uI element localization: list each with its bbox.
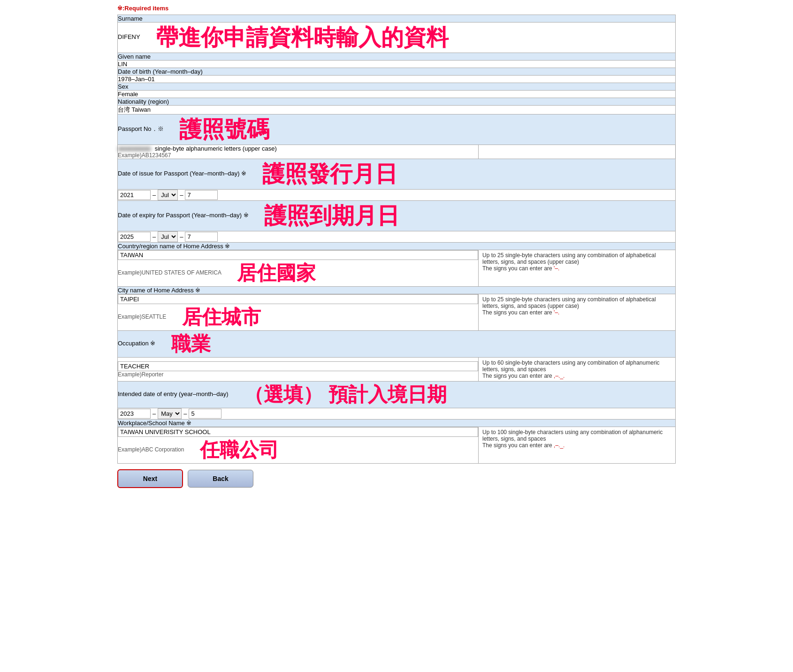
workplace-value-row: Example)ABC Corporation 任職公司 Up to 100 s…	[118, 427, 676, 464]
nationality-value: 台湾 Taiwan	[118, 106, 676, 115]
annotation-auto-fill: 帶進你申請資料時輸入的資料	[156, 25, 449, 50]
nationality-label: Nationality (region)	[118, 98, 676, 106]
home-country-value-row: Example)UNITED STATES OF AMERICA 居住國家 Up…	[118, 250, 676, 287]
passport-issue-label: Date of issue for Passport (Year–month–d…	[118, 159, 676, 190]
dob-label-row: Date of birth (Year–month–day)	[118, 68, 676, 76]
surname-label-row: Surname	[118, 15, 676, 23]
given-name-value-row: LIN	[118, 61, 676, 68]
home-city-value-row: Example)SEATTLE 居住城市 Up to 25 single-byt…	[118, 294, 676, 331]
passport-no-blurred: ●●●●●●●●●	[118, 145, 151, 152]
passport-no-label-row: Passport No．※ 護照號碼	[118, 115, 676, 145]
sex-label-row: Sex	[118, 83, 676, 91]
given-name-value: LIN	[118, 61, 676, 68]
entry-date-month-select[interactable]: May	[158, 408, 182, 419]
passport-issue-value-row: – Jul –	[118, 190, 676, 201]
dob-label: Date of birth (Year–month–day)	[118, 68, 676, 76]
workplace-hint2: The signs you can enter are ,–._.	[482, 442, 564, 449]
home-city-hint1: Up to 25 single-byte characters using an…	[482, 296, 656, 309]
home-country-input-cell: Example)UNITED STATES OF AMERICA 居住國家	[118, 250, 479, 287]
annotation-passport-expiry: 護照到期月日	[264, 203, 399, 228]
occupation-input[interactable]	[118, 361, 478, 371]
home-country-label-row: Country/region name of Home Address ※	[118, 243, 676, 250]
occupation-hint2: The signs you can enter are ,–._.	[482, 373, 564, 379]
passport-expiry-label-row: Date of expiry for Passport (Year–month–…	[118, 201, 676, 231]
annotation-passport-no: 護照號碼	[179, 117, 269, 142]
annotation-entry-date: （選填） 預計入境日期	[244, 383, 447, 405]
home-city-label-row: City name of Home Address ※	[118, 287, 676, 294]
annotation-passport-issue: 護照發行月日	[262, 161, 397, 186]
passport-expiry-date-cell: – Jul –	[118, 231, 676, 243]
dob-value: 1978–Jan–01	[118, 76, 676, 83]
home-country-hint1: Up to 25 single-byte characters using an…	[482, 252, 656, 265]
home-city-hint-cell: Up to 25 single-byte characters using an…	[479, 294, 676, 331]
passport-no-value-row: ●●●●●●●●● single-byte alphanumeric lette…	[118, 145, 676, 159]
dob-value-row: 1978–Jan–01	[118, 76, 676, 83]
occupation-value-row: Example)Reporter Up to 60 single-byte ch…	[118, 358, 676, 382]
passport-issue-label-row: Date of issue for Passport (Year–month–d…	[118, 159, 676, 190]
surname-text: DIFENY	[118, 33, 140, 40]
workplace-input[interactable]	[118, 427, 478, 437]
workplace-hint-cell: Up to 100 single-byte characters using a…	[479, 427, 676, 464]
workplace-input-cell: Example)ABC Corporation 任職公司	[118, 427, 479, 464]
home-city-input-cell: Example)SEATTLE 居住城市	[118, 294, 479, 331]
required-items-label: ※:Required items	[117, 5, 676, 12]
workplace-example: Example)ABC Corporation 任職公司	[118, 437, 478, 463]
nationality-label-row: Nationality (region)	[118, 98, 676, 106]
home-city-label: City name of Home Address ※	[118, 287, 676, 294]
sex-value: Female	[118, 91, 676, 98]
entry-date-label-text: Intended date of entry (year–month–day)	[118, 390, 229, 397]
workplace-label: Workplace/School Name ※	[118, 420, 676, 427]
sex-label: Sex	[118, 83, 676, 91]
form-table: Surname DIFENY 帶進你申請資料時輸入的資料 Given name …	[117, 15, 676, 464]
passport-issue-year-input[interactable]	[118, 190, 151, 200]
occupation-hint-cell: Up to 60 single-byte characters using an…	[479, 358, 676, 382]
passport-expiry-month-select[interactable]: Jul	[158, 231, 178, 242]
home-city-example: Example)SEATTLE 居住城市	[118, 304, 478, 330]
entry-date-label: Intended date of entry (year–month–day) …	[118, 382, 676, 408]
annotation-workplace: 任職公司	[200, 439, 279, 461]
nationality-value-row: 台湾 Taiwan	[118, 106, 676, 115]
home-city-input[interactable]	[118, 294, 478, 304]
occupation-label-text: Occupation ※	[118, 340, 155, 347]
entry-date-value-row: – May –	[118, 408, 676, 420]
annotation-occupation: 職業	[171, 333, 211, 355]
home-country-hint-cell: Up to 25 single-byte characters using an…	[479, 250, 676, 287]
occupation-input-cell: Example)Reporter	[118, 358, 479, 382]
given-name-label-row: Given name	[118, 53, 676, 61]
passport-no-label-text: Passport No．※	[118, 125, 164, 132]
passport-expiry-year-input[interactable]	[118, 232, 151, 242]
passport-expiry-label-text: Date of expiry for Passport (Year–month–…	[118, 212, 249, 219]
passport-issue-label-text: Date of issue for Passport (Year–month–d…	[118, 170, 246, 177]
surname-label: Surname	[118, 15, 676, 23]
home-country-input[interactable]	[118, 250, 478, 260]
entry-date-year-input[interactable]	[118, 409, 151, 419]
passport-no-value-cell: ●●●●●●●●● single-byte alphanumeric lette…	[118, 145, 479, 159]
workplace-hint1: Up to 100 single-byte characters using a…	[482, 429, 663, 442]
annotation-home-city: 居住城市	[182, 306, 261, 328]
next-button[interactable]: Next	[117, 469, 183, 488]
passport-issue-date-cell: – Jul –	[118, 190, 676, 201]
entry-date-cell: – May –	[118, 408, 676, 420]
surname-value: DIFENY 帶進你申請資料時輸入的資料	[118, 23, 676, 53]
passport-expiry-value-row: – Jul –	[118, 231, 676, 243]
entry-date-day-input[interactable]	[189, 409, 221, 419]
back-button[interactable]: Back	[188, 470, 253, 488]
passport-expiry-day-input[interactable]	[185, 232, 218, 242]
occupation-hint1: Up to 60 single-byte characters using an…	[482, 359, 660, 373]
passport-no-label: Passport No．※ 護照號碼	[118, 115, 676, 145]
home-city-hint2: The signs you can enter are '–.	[482, 309, 559, 316]
annotation-home-country: 居住國家	[237, 262, 316, 284]
occupation-label-row: Occupation ※ 職業	[118, 331, 676, 358]
passport-no-hint: single-byte alphanumeric letters (upper …	[155, 145, 277, 152]
passport-issue-day-input[interactable]	[185, 190, 218, 200]
home-country-example: Example)UNITED STATES OF AMERICA 居住國家	[118, 260, 478, 286]
entry-date-label-row: Intended date of entry (year–month–day) …	[118, 382, 676, 408]
button-row: Next Back	[117, 469, 676, 488]
occupation-example: Example)Reporter	[118, 371, 478, 378]
occupation-label: Occupation ※ 職業	[118, 331, 676, 358]
home-country-hint2: The signs you can enter are '–.	[482, 265, 559, 272]
passport-issue-month-select[interactable]: Jul	[158, 190, 178, 200]
surname-value-row: DIFENY 帶進你申請資料時輸入的資料	[118, 23, 676, 53]
sex-value-row: Female	[118, 91, 676, 98]
workplace-label-row: Workplace/School Name ※	[118, 420, 676, 427]
